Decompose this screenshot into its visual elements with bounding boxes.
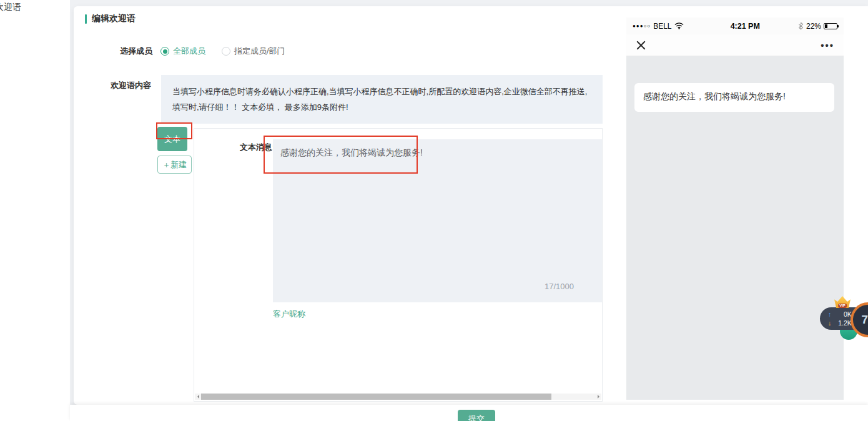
sidebar: 欢迎语 [0,0,70,421]
signal-strength-icon: ●●●○○ [633,23,651,29]
carrier-label: BELL [653,22,671,31]
chat-preview-area: 感谢您的关注，我们将竭诚为您服务! [626,56,844,400]
bluetooth-icon [798,22,804,30]
scroll-left-arrow[interactable] [195,394,201,400]
panel-header: 编辑欢迎语 [85,13,136,24]
annotation-box-message [264,136,418,174]
battery-fill [825,24,827,28]
new-attachment-button[interactable]: ＋新建 [157,156,192,174]
scrollbar-thumb[interactable] [201,394,551,400]
clock-label: 4:21 PM [731,22,760,31]
phone-nav-bar: ••• [626,34,844,56]
phone-preview: ●●●○○ BELL 4:21 PM 22% [626,17,844,400]
vip-badge: VIP [838,304,847,308]
radio-dot [163,49,167,54]
customer-nickname-link[interactable]: 客户昵称 [273,309,305,320]
scroll-right-arrow[interactable] [595,394,601,400]
submit-button[interactable]: 提交 [458,410,495,421]
radio-all-members[interactable] [160,47,169,56]
radio-specified-members-label[interactable]: 指定成员/部门 [234,46,285,57]
latency-value: 70 [861,313,868,327]
close-icon[interactable] [636,40,646,51]
member-select-label: 选择成员 [120,46,152,57]
download-arrow-icon: ↓ [828,319,831,327]
more-menu-icon[interactable]: ••• [821,40,834,51]
radio-specified-members[interactable] [222,47,230,56]
content-label: 欢迎语内容 [111,80,151,91]
edit-welcome-panel: 编辑欢迎语 选择成员 全部成员 指定成员/部门 欢迎语内容 当填写小程序信息时请… [74,6,868,405]
horizontal-scrollbar[interactable] [195,394,601,400]
welcome-message-bubble: 感谢您的关注，我们将竭诚为您服务! [634,83,834,112]
radio-all-members-label[interactable]: 全部成员 [173,46,205,57]
wifi-icon [674,22,684,29]
battery-percent-label: 22% [806,22,821,31]
notice-box: 当填写小程序信息时请务必确认小程序正确,当填写小程序信息不正确时,所配置的欢迎语… [161,75,603,124]
upload-arrow-icon: ↑ [828,310,831,318]
annotation-box-text-tab [156,122,192,139]
battery-icon [824,23,837,29]
header-accent-bar [85,14,87,24]
char-counter: 17/1000 [545,282,574,291]
page-title: 编辑欢迎语 [92,13,136,24]
member-select-row: 选择成员 全部成员 指定成员/部门 [120,45,285,57]
battery-nub [837,25,839,27]
phone-status-bar: ●●●○○ BELL 4:21 PM 22% [626,17,844,34]
sidebar-item-welcome[interactable]: 欢迎语 [0,2,21,13]
